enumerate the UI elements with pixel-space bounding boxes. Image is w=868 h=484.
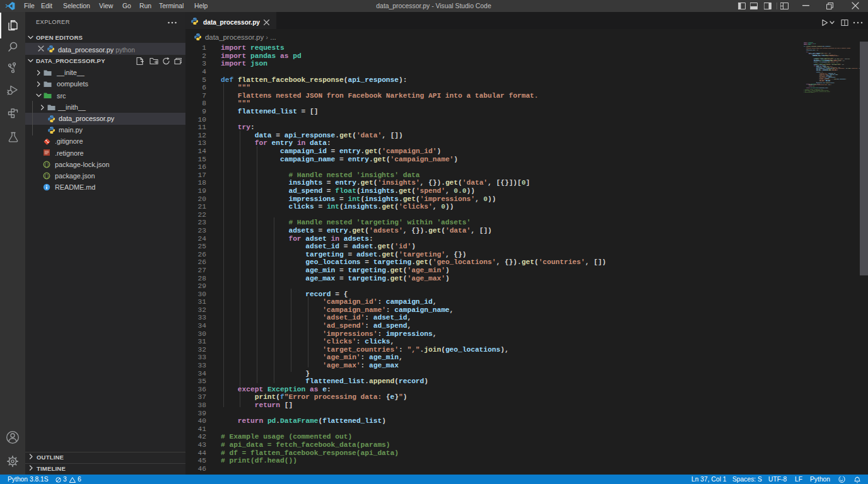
svg-text:{}: {} (44, 174, 49, 178)
svg-text:{}: {} (44, 163, 49, 167)
